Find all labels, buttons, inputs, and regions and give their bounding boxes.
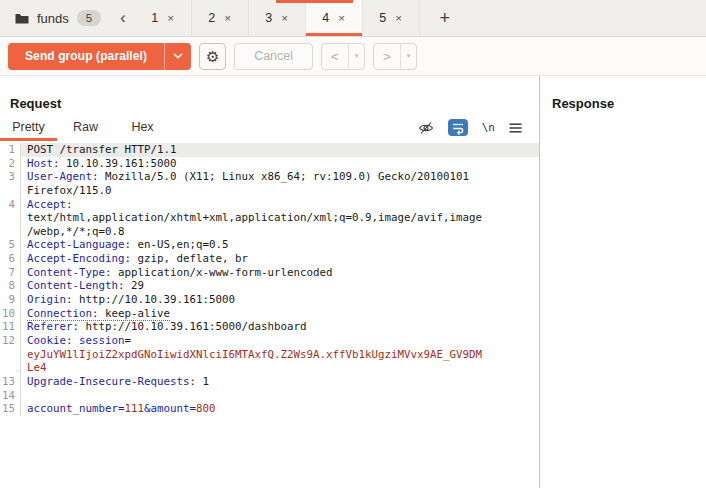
repeater-tab-4[interactable]: 4× [306, 0, 363, 36]
folder-icon [15, 13, 29, 24]
send-options-dropdown[interactable] [164, 43, 191, 70]
request-line-row[interactable]: 13Upgrade-Insecure-Requests: 1 [0, 375, 539, 389]
close-icon[interactable]: × [338, 12, 345, 24]
request-line-row[interactable]: 8Content-Length: 29 [0, 279, 539, 293]
request-line-text[interactable]: account_number=111&amount=800 [21, 402, 539, 416]
request-line-text[interactable]: Content-Type: application/x-www-form-url… [21, 266, 539, 280]
request-line-text[interactable]: Host: 10.10.39.161:5000 [21, 157, 539, 171]
request-line-text[interactable]: User-Agent: Mozilla/5.0 (X11; Linux x86_… [21, 170, 539, 184]
tab-label: 5 [379, 11, 386, 25]
history-back-dropdown[interactable]: ▾ [348, 44, 365, 69]
request-line-text[interactable]: Upgrade-Insecure-Requests: 1 [21, 375, 539, 389]
line-number [0, 348, 21, 362]
collapse-group-button[interactable]: ‹ [111, 0, 134, 36]
burp-repeater-window: funds 5 ‹ 1×2×3×4×5× + Send group (paral… [0, 0, 706, 488]
request-line-row[interactable]: 11Referer: http://10.10.39.161:5000/dash… [0, 320, 539, 334]
word-wrap-toggle-icon[interactable] [448, 119, 468, 136]
request-line-row[interactable]: Firefox/115.0 [0, 184, 539, 198]
request-line-row[interactable]: text/html,application/xhtml+xml,applicat… [0, 211, 539, 225]
line-number [0, 184, 21, 198]
close-icon[interactable]: × [167, 12, 174, 24]
request-line-row[interactable]: 14 [0, 389, 539, 403]
request-line-row[interactable]: 15account_number=111&amount=800 [0, 402, 539, 416]
line-number: 1 [0, 143, 21, 157]
editor-split: Request Pretty Raw Hex [0, 75, 706, 488]
request-line-row[interactable]: 12Cookie: session= [0, 334, 539, 348]
tab-label: 1 [151, 11, 158, 25]
tab-hex[interactable]: Hex [114, 120, 171, 141]
tab-pretty[interactable]: Pretty [0, 120, 57, 141]
response-panel-title: Response [540, 76, 706, 111]
close-icon[interactable]: × [224, 12, 231, 24]
request-line-row[interactable]: Le4 [0, 361, 539, 375]
request-line-text[interactable]: /webp,*/*;q=0.8 [21, 225, 539, 239]
send-group-button[interactable]: Send group (parallel) [8, 43, 164, 70]
request-line-text[interactable]: Origin: http://10.10.39.161:5000 [21, 293, 539, 307]
line-number [0, 225, 21, 239]
request-line-text[interactable]: text/html,application/xhtml+xml,applicat… [21, 211, 539, 225]
repeater-tab-bar: funds 5 ‹ 1×2×3×4×5× + [0, 0, 706, 37]
request-line-text[interactable]: Connection: keep-alive [21, 307, 539, 321]
request-settings-button[interactable]: ⚙ [199, 43, 226, 70]
request-line-text[interactable]: Le4 [21, 361, 539, 375]
request-line-text[interactable]: Accept: [21, 198, 539, 212]
line-number: 8 [0, 279, 21, 293]
history-forward-dropdown[interactable]: ▾ [400, 44, 417, 69]
close-icon[interactable]: × [395, 12, 402, 24]
repeater-tab-1[interactable]: 1× [135, 0, 192, 36]
tab-group-funds[interactable]: funds 5 [0, 0, 111, 36]
request-line-text[interactable]: Content-Length: 29 [21, 279, 539, 293]
request-line-row[interactable]: /webp,*/*;q=0.8 [0, 225, 539, 239]
history-back-split-button: < ▾ [321, 43, 365, 70]
request-line-row[interactable]: 7Content-Type: application/x-www-form-ur… [0, 266, 539, 280]
close-icon[interactable]: × [281, 12, 288, 24]
active-tab-top-indicator [276, 0, 353, 3]
line-number: 6 [0, 252, 21, 266]
editor-options: \n [418, 119, 539, 141]
request-editor[interactable]: 1POST /transfer HTTP/1.12Host: 10.10.39.… [0, 141, 539, 488]
request-line-row[interactable]: 6Accept-Encoding: gzip, deflate, br [0, 252, 539, 266]
request-line-text[interactable] [21, 389, 539, 403]
request-line-text[interactable]: Accept-Language: en-US,en;q=0.5 [21, 238, 539, 252]
request-line-row[interactable]: 5Accept-Language: en-US,en;q=0.5 [0, 238, 539, 252]
request-line-text[interactable]: POST /transfer HTTP/1.1 [21, 143, 539, 157]
request-line-row[interactable]: 4Accept: [0, 198, 539, 212]
new-tab-button[interactable]: + [425, 0, 466, 36]
repeater-tab-3[interactable]: 3× [249, 0, 306, 36]
line-number [0, 211, 21, 225]
chevron-down-icon [173, 53, 183, 59]
request-line-row[interactable]: 1POST /transfer HTTP/1.1 [0, 143, 539, 157]
repeater-tab-5[interactable]: 5× [363, 0, 420, 36]
line-number: 14 [0, 389, 21, 403]
gear-icon: ⚙ [206, 49, 219, 64]
menu-icon[interactable] [509, 123, 522, 133]
request-line-text[interactable]: Cookie: session= [21, 334, 539, 348]
line-number: 4 [0, 198, 21, 212]
line-number: 3 [0, 170, 21, 184]
request-line-text[interactable]: Firefox/115.0 [21, 184, 539, 198]
request-line-row[interactable]: 3User-Agent: Mozilla/5.0 (X11; Linux x86… [0, 170, 539, 184]
request-line-row[interactable]: 2Host: 10.10.39.161:5000 [0, 157, 539, 171]
request-line-row[interactable]: 9Origin: http://10.10.39.161:5000 [0, 293, 539, 307]
tab-raw[interactable]: Raw [57, 120, 114, 141]
tab-label: 4 [322, 11, 329, 25]
request-line-text[interactable]: eyJuYW1lIjoiZ2xpdGNoIiwidXNlciI6MTAxfQ.Z… [21, 348, 539, 362]
line-number: 2 [0, 157, 21, 171]
request-line-text[interactable]: Referer: http://10.10.39.161:5000/dashbo… [21, 320, 539, 334]
request-panel: Request Pretty Raw Hex [0, 76, 540, 488]
request-line-row[interactable]: 10Connection: keep-alive [0, 307, 539, 321]
request-line-text[interactable]: Accept-Encoding: gzip, deflate, br [21, 252, 539, 266]
hide-nonprintable-icon[interactable] [418, 121, 434, 135]
history-forward-button[interactable]: > [374, 44, 400, 69]
send-group-split-button: Send group (parallel) [8, 43, 191, 70]
request-view-tabs: Pretty Raw Hex [0, 115, 539, 141]
repeater-tab-2[interactable]: 2× [192, 0, 249, 36]
tab-label: 2 [208, 11, 215, 25]
history-forward-split-button: > ▾ [373, 43, 417, 70]
line-number: 12 [0, 334, 21, 348]
line-number [0, 361, 21, 375]
history-back-button[interactable]: < [322, 44, 348, 69]
show-newlines-icon[interactable]: \n [482, 121, 495, 134]
request-line-row[interactable]: eyJuYW1lIjoiZ2xpdGNoIiwidXNlciI6MTAxfQ.Z… [0, 348, 539, 362]
cancel-button[interactable]: Cancel [234, 43, 313, 70]
